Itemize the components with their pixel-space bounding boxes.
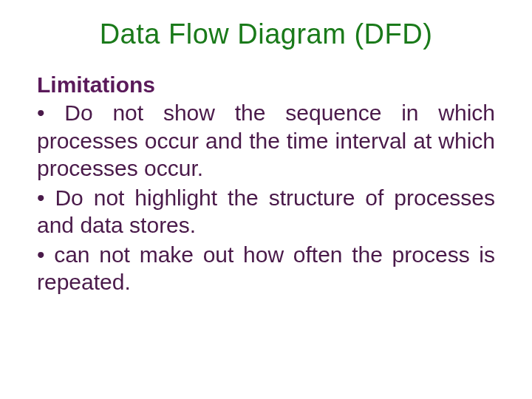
slide-title: Data Flow Diagram (DFD) — [37, 18, 495, 50]
bullet-item: • Do not highlight the structure of proc… — [37, 184, 495, 239]
bullet-item: • can not make out how often the process… — [37, 241, 495, 296]
section-heading: Limitations — [37, 72, 495, 98]
bullet-item: • Do not show the sequence in which proc… — [37, 99, 495, 183]
